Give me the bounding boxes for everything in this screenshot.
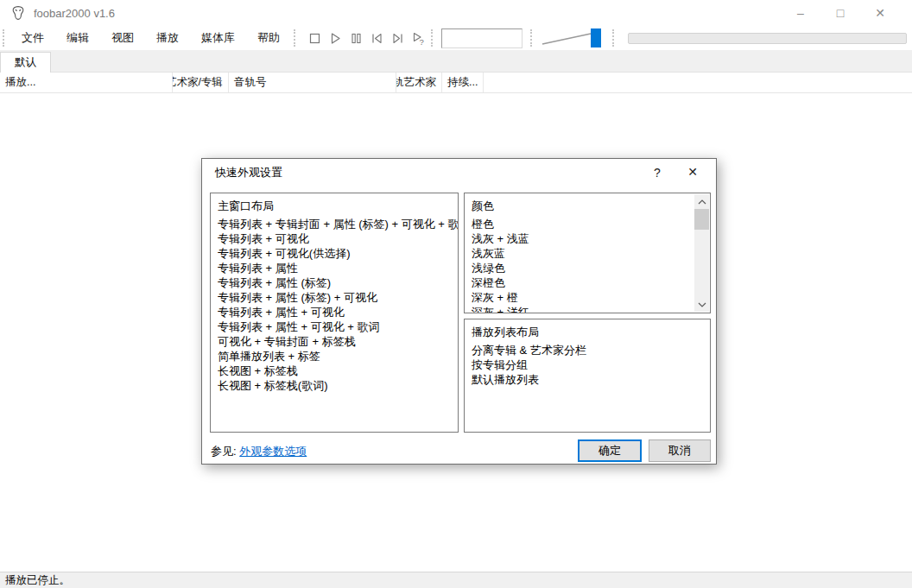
window-controls: – □ ✕: [781, 0, 912, 26]
toolbar-grip[interactable]: [530, 29, 533, 47]
dialog-title-bar: 快速外观设置: [202, 159, 716, 187]
previous-button[interactable]: [366, 28, 387, 47]
list-item[interactable]: 浅灰蓝: [472, 246, 689, 261]
random-button[interactable]: ?: [408, 28, 428, 47]
title-bar: foobar2000 v1.6 – □ ✕: [0, 0, 912, 26]
list-item[interactable]: 浅灰 + 浅蓝: [472, 231, 689, 246]
minimize-button[interactable]: –: [781, 0, 820, 26]
list-item[interactable]: 专辑列表 + 属性 (标签) + 可视化: [218, 290, 451, 305]
list-item[interactable]: 长视图 + 标签栈: [218, 364, 451, 378]
list-item[interactable]: 专辑列表 + 属性 (标签): [218, 275, 451, 290]
column-header[interactable]: 标题 / 音轨艺术家: [396, 73, 442, 92]
cancel-button[interactable]: 取消: [649, 439, 711, 462]
toolbar-grip[interactable]: [3, 29, 5, 47]
dialog-close-button[interactable]: ✕: [683, 165, 702, 179]
foobar2000-logo-icon: [10, 5, 26, 21]
listbox-header: 颜色: [472, 199, 689, 213]
toolbar-grip[interactable]: [612, 29, 615, 47]
volume-slider-handle: [591, 28, 601, 47]
toolbar-grip[interactable]: [431, 29, 434, 47]
ok-button[interactable]: 确定: [578, 439, 642, 462]
menu-item[interactable]: 文件: [10, 30, 55, 46]
list-item[interactable]: 橙色: [472, 217, 689, 231]
listbox-header: 播放列表布局: [472, 325, 703, 339]
colors-listbox[interactable]: 颜色 橙色浅灰 + 浅蓝浅灰蓝浅绿色深橙色深灰 + 橙深灰 + 洋红: [464, 193, 711, 313]
list-item[interactable]: 专辑列表 + 属性 + 可视化 + 歌词: [218, 319, 451, 334]
list-item[interactable]: 可视化 + 专辑封面 + 标签栈: [218, 334, 451, 349]
list-item[interactable]: 分离专辑 & 艺术家分栏: [472, 343, 703, 357]
playlist-layout-listbox[interactable]: 播放列表布局 分离专辑 & 艺术家分栏按专辑分组默认播放列表: [464, 319, 711, 433]
menu-item[interactable]: 编辑: [55, 30, 100, 46]
dialog-help-button[interactable]: ?: [649, 166, 666, 180]
scrollbar-thumb[interactable]: [694, 209, 709, 230]
list-item[interactable]: 深灰 + 橙: [472, 290, 689, 305]
listbox-items: 橙色浅灰 + 浅蓝浅灰蓝浅绿色深橙色深灰 + 橙深灰 + 洋红: [472, 217, 689, 313]
list-item[interactable]: 专辑列表 + 属性: [218, 261, 451, 275]
listbox-items: 分离专辑 & 艺术家分栏按专辑分组默认播放列表: [472, 343, 703, 387]
listbox-items: 专辑列表 + 专辑封面 + 属性 (标签) + 可视化 + 歌词专辑列表 + 可…: [218, 217, 451, 393]
listbox-header: 主窗口布局: [218, 199, 451, 213]
list-item[interactable]: 默认播放列表: [472, 372, 703, 387]
stop-button[interactable]: [304, 28, 325, 47]
column-header[interactable]: 播放...: [0, 73, 173, 92]
dialog-title: 快速外观设置: [215, 165, 282, 180]
list-item[interactable]: 浅绿色: [472, 261, 689, 275]
list-item[interactable]: 长视图 + 标签栈(歌词): [218, 378, 451, 393]
play-button[interactable]: [325, 28, 345, 47]
see-also-label: 参见:: [211, 445, 237, 458]
list-item[interactable]: 深橙色: [472, 275, 689, 290]
list-item[interactable]: 简单播放列表 + 标签: [218, 349, 451, 364]
next-button[interactable]: [387, 28, 408, 47]
playlist-tab-bar: 默认: [0, 50, 912, 73]
see-also-row: 参见: 外观参数选项: [211, 444, 307, 459]
list-item[interactable]: 专辑列表 + 专辑封面 + 属性 (标签) + 可视化 + 歌词: [218, 217, 451, 231]
svg-text:?: ?: [419, 36, 423, 46]
list-item[interactable]: 按专辑分组: [472, 357, 703, 372]
quick-appearance-dialog: 快速外观设置 ? ✕ 主窗口布局 专辑列表 + 专辑封面 + 属性 (标签) +…: [201, 158, 717, 465]
close-button[interactable]: ✕: [860, 0, 900, 26]
status-bar: 播放已停止。: [0, 572, 912, 588]
playlist-tab-active[interactable]: 默认: [0, 52, 51, 73]
scroll-down-icon[interactable]: [694, 297, 709, 312]
scrollbar[interactable]: [694, 194, 709, 312]
column-header[interactable]: 艺术家/专辑: [173, 73, 229, 92]
transport-buttons: ?: [304, 28, 428, 47]
list-item[interactable]: 深灰 + 洋红: [472, 305, 689, 313]
menu-item[interactable]: 视图: [100, 30, 145, 46]
menu-item[interactable]: 播放: [145, 30, 190, 46]
menu-item[interactable]: 媒体库: [190, 30, 246, 46]
search-input[interactable]: [441, 28, 522, 48]
list-item[interactable]: 专辑列表 + 可视化(供选择): [218, 246, 451, 261]
pause-button[interactable]: [345, 28, 366, 47]
maximize-button[interactable]: □: [820, 0, 860, 26]
toolbar-grip[interactable]: [294, 29, 296, 47]
list-item[interactable]: 专辑列表 + 属性 + 可视化: [218, 305, 451, 319]
volume-slider[interactable]: [541, 28, 605, 48]
column-header[interactable]: 音轨号: [229, 73, 396, 92]
column-header[interactable]: 持续...: [442, 73, 484, 92]
menu-bar: 文件编辑视图播放媒体库帮助: [10, 30, 291, 46]
menu-item[interactable]: 帮助: [246, 30, 291, 46]
list-item[interactable]: 专辑列表 + 可视化: [218, 231, 451, 246]
search-box-wrap: [441, 28, 522, 48]
seekbar[interactable]: [628, 33, 907, 44]
scroll-up-icon[interactable]: [694, 194, 709, 209]
appearance-preferences-link[interactable]: 外观参数选项: [239, 445, 307, 458]
toolbar: 文件编辑视图播放媒体库帮助 ?: [0, 26, 912, 50]
window-title: foobar2000 v1.6: [34, 7, 115, 20]
main-layout-listbox[interactable]: 主窗口布局 专辑列表 + 专辑封面 + 属性 (标签) + 可视化 + 歌词专辑…: [210, 193, 459, 433]
playlist-column-headers: 播放...艺术家/专辑音轨号标题 / 音轨艺术家持续...: [0, 73, 912, 93]
